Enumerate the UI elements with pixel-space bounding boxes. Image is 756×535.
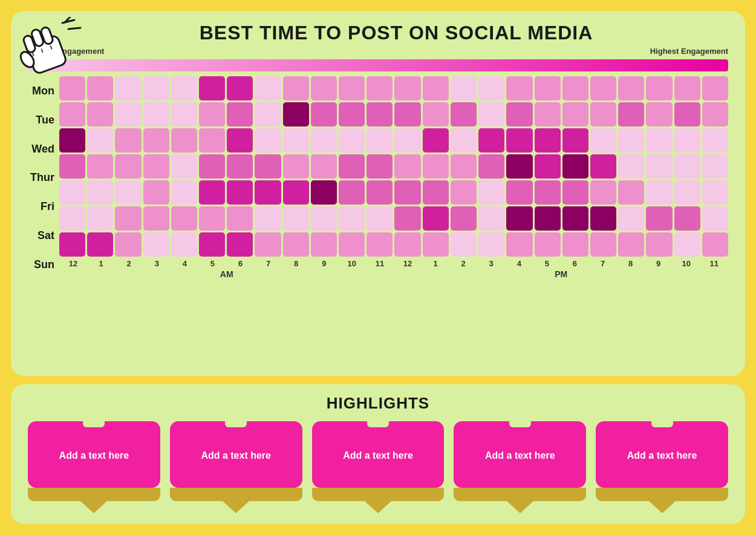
heatmap-cell [115,76,141,100]
heatmap-cell [506,102,532,126]
highlight-card[interactable]: Add a text here [312,421,445,513]
heatmap-cell [283,232,309,257]
tag-shape: Add a text here [454,421,586,488]
hour-label: 2 [449,259,477,268]
page-wrapper: BEST TIME TO POST ON SOCIAL MEDIA Lowest… [0,0,756,535]
tag-shape: Add a text here [596,421,728,488]
heatmap-cell [255,206,281,231]
highlight-card[interactable]: Add a text here [454,421,586,513]
day-label: Sat [28,230,54,241]
heatmap-cell [311,154,337,179]
heatmap-cell [506,206,532,231]
heatmap-cell [227,128,253,153]
heatmap-cell [478,102,504,126]
heatmap-cell [451,232,477,257]
heatmap-cell [535,206,561,231]
tag-text: Add a text here [485,449,555,462]
heatmap-cell [423,206,449,231]
heatmap-cell [562,102,588,126]
heatmap-cell [646,180,672,205]
heatmap-cell [674,128,700,153]
heatmap-cell [535,180,561,205]
heatmap-cell [451,206,477,231]
tag-shape: Add a text here [170,421,302,488]
heatmap-cell [674,180,700,205]
highlight-card[interactable]: Add a text here [28,421,160,513]
heatmap-cell [339,180,365,205]
svg-line-0 [62,20,74,23]
highest-engagement-label: Highest Engagement [650,47,728,56]
heatmap-cell [199,102,225,126]
heatmap-cell [143,76,169,100]
highlights-title: HIGHLIGHTS [28,394,728,413]
tag-pointer [80,501,107,513]
heatmap-cell [535,102,561,126]
heatmap-cell [199,232,225,257]
heatmap-cell [394,232,420,257]
heatmap-cell [87,232,113,257]
tag-pointer [365,501,391,513]
heatmap-cell [339,154,365,179]
heatmap-cell [227,232,253,257]
day-label: Wed [28,143,54,154]
highlight-card[interactable]: Add a text here [170,421,302,513]
heatmap-cell [702,128,728,153]
heatmap-cell [143,180,169,205]
heatmap-cell [311,180,337,205]
am-pm-row: AM PM [59,268,728,279]
heatmap-cell [339,206,365,231]
svg-line-1 [68,28,80,29]
heatmap-cell [59,180,85,205]
hour-label: 8 [282,259,310,268]
heatmap-cell [311,102,337,126]
heatmap-cell [451,128,477,153]
heatmap-cell [394,102,420,126]
heatmap-cell [143,102,169,126]
heatmap-cell [87,180,113,205]
heatmap-cell [562,154,588,179]
heatmap-cell [478,154,504,179]
hour-label: 5 [533,259,561,268]
heatmap-cell [590,154,616,179]
heatmap-cell [59,232,85,257]
heatmap-cell [143,232,169,257]
heatmap-cell [506,76,532,100]
heatmap-cell [674,206,700,231]
heatmap-cell [87,206,113,231]
tag-text: Add a text here [627,449,697,462]
tag-pointer [649,501,676,513]
heatmap-cell [618,102,644,126]
heatmap-cell [367,102,393,126]
tag-notch [225,421,247,427]
tag-bottom [28,488,160,501]
heatmap-cell [199,128,225,153]
tag-text: Add a text here [343,449,413,462]
heatmap-cell [59,206,85,231]
heatmap-cell [618,206,644,231]
heatmap-cell [478,128,504,153]
heatmap-cell [311,76,337,100]
heatmap-cell [702,76,728,100]
hour-label: 6 [561,259,588,268]
heatmap-cell [674,102,700,126]
heatmap-cell [87,154,113,179]
heatmap-cell [590,206,616,231]
highlight-card[interactable]: Add a text here [596,421,728,513]
heatmap-cell [451,180,477,205]
heatmap-cell [478,232,504,257]
heatmap-cell [227,102,253,126]
tag-bottom [596,488,728,501]
heatmap-cell [171,102,197,126]
heatmap-cell [590,76,616,100]
heatmap-cell [674,232,700,257]
heatmap-cell [143,154,169,179]
heatmap-cell [143,128,169,153]
hour-label: 10 [338,259,366,268]
hour-label: 4 [171,259,198,268]
heatmap-cell [311,206,337,231]
day-labels: MonTueWedThurFriSatSun [28,76,59,279]
heatmap-cell [227,180,253,205]
hour-label: 4 [505,259,533,268]
heatmap-cell [367,76,393,100]
tag-shape: Add a text here [28,421,160,488]
